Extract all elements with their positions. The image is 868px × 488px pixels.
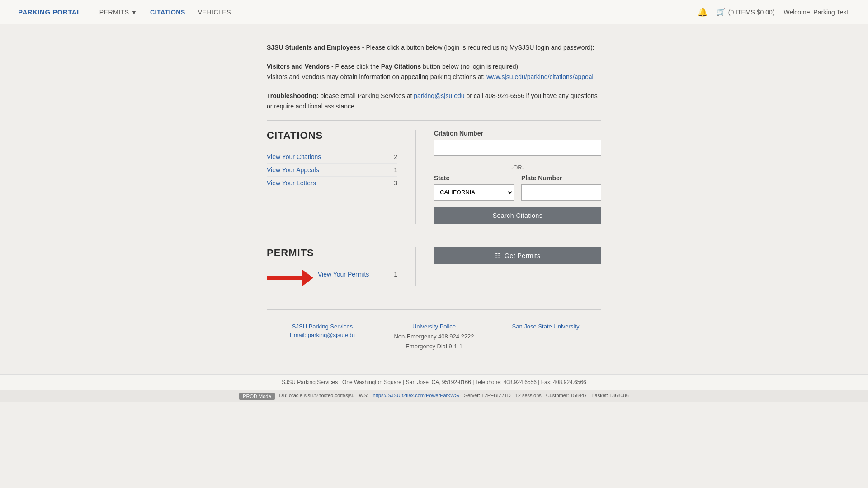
nav-citations[interactable]: CITATIONS — [150, 9, 185, 16]
visitors-label: Visitors and Vendors — [267, 63, 330, 70]
bell-icon[interactable]: 🔔 — [698, 7, 708, 17]
sjsu-link[interactable]: San Jose State University — [499, 323, 592, 330]
welcome-text: Welcome, Parking Test! — [783, 9, 850, 16]
citation-number-input[interactable] — [434, 140, 601, 156]
citations-title: CITATIONS — [267, 130, 397, 141]
emergency-text: Emergency Dial 9-1-1 — [387, 342, 481, 352]
db-info: DB: oracle-sjsu.t2hosted.com/sjsu — [279, 393, 354, 400]
non-emergency-text: Non-Emergency 408.924.2222 — [387, 332, 481, 342]
citations-right: Citation Number -OR- State CALIFORNIA AL… — [434, 130, 601, 224]
university-police-link[interactable]: University Police — [387, 323, 481, 330]
view-citations-link[interactable]: View Your Citations — [267, 153, 321, 160]
chevron-down-icon: ▼ — [131, 9, 137, 16]
get-permits-button[interactable]: ☷ Get Permits — [434, 247, 601, 264]
pay-citations-label: Pay Citations — [381, 63, 421, 70]
visitors-text2: button below (no login is required). — [423, 63, 520, 70]
students-text: - Please click a button below (login is … — [362, 44, 594, 51]
arrow-annotation — [267, 270, 313, 286]
state-select[interactable]: CALIFORNIA ALABAMA ALASKA ARIZONA ARKANS… — [434, 184, 514, 201]
main-content: SJSU Students and Employees - Please cli… — [258, 24, 610, 361]
nav-vehicles[interactable]: VEHICLES — [198, 9, 231, 16]
view-permits-row: View Your Permits 1 — [318, 268, 397, 281]
visitors-text3: Visitors and Vendors may obtain informat… — [267, 73, 486, 80]
appeal-link[interactable]: www.sjsu.edu/parking/citations/appeal — [486, 73, 594, 80]
cart-area[interactable]: 🛒 (0 ITEMS $0.00) — [717, 8, 775, 16]
header-right: 🔔 🛒 (0 ITEMS $0.00) Welcome, Parking Tes… — [698, 7, 850, 17]
divider-2 — [267, 238, 601, 238]
visitors-text: - Please click the — [331, 63, 381, 70]
troubleshooting-label: Troubleshooting: — [267, 92, 318, 99]
students-label: SJSU Students and Employees — [267, 44, 360, 51]
citations-count: 2 — [394, 153, 397, 160]
plate-number-label: Plate Number — [521, 174, 601, 182]
sessions-info: 12 sessions — [515, 393, 542, 400]
plate-number-input[interactable] — [521, 184, 601, 201]
header: PARKING PORTAL PERMITS ▼ CITATIONS VEHIC… — [0, 0, 868, 24]
or-divider: -OR- — [434, 164, 601, 171]
state-col: State CALIFORNIA ALABAMA ALASKA ARIZONA … — [434, 174, 514, 201]
citation-number-label: Citation Number — [434, 130, 601, 137]
ws-label: WS: — [359, 393, 368, 400]
citations-section: CITATIONS View Your Citations 2 View You… — [267, 130, 601, 224]
permits-section: PERMITS View Your Permits 1 ☷ Get Permi — [267, 247, 601, 286]
footer-col-3: San Jose State University — [490, 323, 601, 352]
footer-links: SJSU Parking Services Email: parking@sjs… — [267, 309, 601, 361]
footer-bottom-bar: SJSU Parking Services | One Washington S… — [0, 374, 868, 390]
search-citations-button[interactable]: Search Citations — [434, 207, 601, 224]
brand-logo[interactable]: PARKING PORTAL — [18, 8, 81, 16]
permits-right: ☷ Get Permits — [434, 247, 601, 286]
email-link[interactable]: parking@sjsu.edu — [414, 92, 464, 99]
view-letters-link[interactable]: View Your Letters — [267, 179, 316, 187]
view-letters-row: View Your Letters 3 — [267, 177, 397, 189]
view-appeals-link[interactable]: View Your Appeals — [267, 166, 319, 174]
sjsu-parking-services-link[interactable]: SJSU Parking Services — [276, 323, 369, 330]
view-appeals-row: View Your Appeals 1 — [267, 164, 397, 177]
state-plate-row: State CALIFORNIA ALABAMA ALASKA ARIZONA … — [434, 174, 601, 201]
students-info: SJSU Students and Employees - Please cli… — [267, 42, 601, 52]
cart-icon: 🛒 — [717, 8, 726, 16]
plate-col: Plate Number — [521, 174, 601, 201]
ws-link[interactable]: https://SJSU.t2flex.com/PowerParkWS/ — [373, 393, 460, 400]
citations-left: CITATIONS View Your Citations 2 View You… — [267, 130, 416, 224]
view-permits-link[interactable]: View Your Permits — [318, 271, 369, 278]
footer-col-1: SJSU Parking Services Email: parking@sjs… — [267, 323, 378, 352]
visitors-info: Visitors and Vendors - Please click the … — [267, 61, 601, 82]
troubleshooting-info: Troubleshooting: please email Parking Se… — [267, 91, 601, 111]
view-citations-row: View Your Citations 2 — [267, 150, 397, 164]
parking-email-link[interactable]: Email: parking@sjsu.edu — [276, 332, 369, 338]
arrow-head — [302, 270, 313, 286]
footer-bottom-text: SJSU Parking Services | One Washington S… — [282, 379, 586, 385]
footer-col-2: University Police Non-Emergency 408.924.… — [378, 323, 490, 352]
divider-1 — [267, 120, 601, 121]
nav-permits[interactable]: PERMITS ▼ — [99, 9, 137, 16]
troubleshooting-text: please email Parking Services at — [320, 92, 414, 99]
divider-3 — [267, 300, 601, 300]
permits-row-wrapper: View Your Permits 1 — [267, 268, 397, 286]
server-info: Server: T2PEBIZ71D — [464, 393, 511, 400]
permits-title: PERMITS — [267, 247, 397, 259]
letters-count: 3 — [394, 179, 397, 187]
basket-info: Basket: 1368086 — [591, 393, 629, 400]
customer-info: Customer: 158447 — [546, 393, 587, 400]
permits-links: View Your Permits 1 — [318, 268, 397, 281]
table-icon: ☷ — [495, 252, 501, 259]
nav-bar: PERMITS ▼ CITATIONS VEHICLES — [99, 9, 244, 16]
state-label: State — [434, 174, 514, 182]
appeals-count: 1 — [394, 166, 397, 174]
arrow-body — [267, 276, 303, 280]
permits-count: 1 — [394, 271, 397, 278]
footer-tech-bar: PROD Mode DB: oracle-sjsu.t2hosted.com/s… — [0, 390, 868, 402]
permits-left: PERMITS View Your Permits 1 — [267, 247, 416, 286]
prod-mode-badge: PROD Mode — [239, 393, 274, 400]
